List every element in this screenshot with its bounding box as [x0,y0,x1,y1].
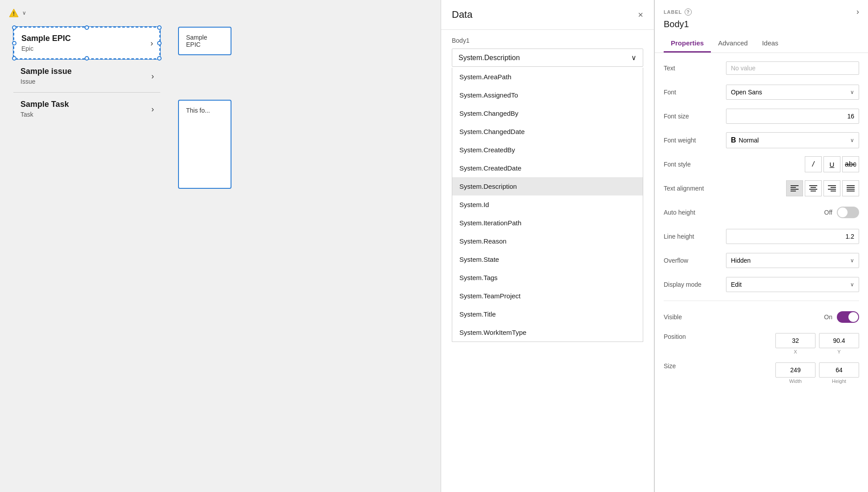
size-width-input[interactable] [775,362,815,378]
list-item-description[interactable]: System.Description [452,177,643,195]
prop-row-text: Text [664,60,859,76]
display-mode-chevron-icon: ∨ [850,281,854,288]
list-item[interactable]: System.IterationPath [452,214,643,232]
strikethrough-button[interactable]: abc [842,156,859,172]
partial-text: This fo... [186,107,223,114]
list-item[interactable]: System.AreaPath [452,68,643,86]
italic-button[interactable]: / [805,156,822,172]
partial-card-epic[interactable]: Sample EPIC [178,27,231,55]
svg-rect-15 [847,187,855,188]
canvas-toolbar: ! ∨ [9,8,26,18]
font-size-input-wrap [726,109,859,124]
position-y-label: Y [837,349,840,354]
list-item[interactable]: System.ChangedDate [452,122,643,141]
list-item[interactable]: System.WorkItemType [452,323,643,342]
list-item-reason[interactable]: System.Reason [452,232,643,250]
underline-button[interactable]: U [823,156,840,172]
auto-height-label: Auto height [664,209,726,216]
visible-toggle[interactable] [837,311,859,323]
canvas-card-issue[interactable]: Sample issue Issue › [13,60,160,92]
prop-row-font-size: Font size [664,108,859,124]
size-height-field: Height [819,362,859,384]
list-item[interactable]: System.AssignedTo [452,86,643,104]
font-value: Open Sans [731,89,762,96]
handle-tm[interactable] [85,25,89,30]
tab-properties[interactable]: Properties [664,35,711,53]
issue-arrow[interactable]: › [151,71,154,81]
dropdown-list: System.AreaPath System.AssignedTo System… [452,68,643,342]
canvas-card-epic[interactable]: Sample EPIC Epic › [13,27,160,59]
font-style-label: Font style [664,161,726,168]
list-item[interactable]: System.CreatedDate [452,159,643,177]
dropdown-chevron: ∨ [631,53,637,62]
list-item[interactable]: System.TeamProject [452,287,643,305]
canvas-card-task[interactable]: Sample Task Task › [13,93,160,125]
task-arrow[interactable]: › [151,104,154,114]
help-icon[interactable]: ? [685,8,692,16]
handle-ml[interactable] [12,41,16,45]
prop-row-display-mode: Display mode Edit ∨ [664,276,859,293]
align-buttons [726,180,859,196]
expand-icon[interactable]: › [856,7,859,16]
partial-card-epic-text: Sample EPIC [186,34,223,48]
handle-mr[interactable] [157,41,162,45]
list-item[interactable]: System.State [452,250,643,268]
svg-rect-2 [791,185,799,186]
list-item[interactable]: System.CreatedBy [452,141,643,159]
position-inputs: X Y [726,333,859,354]
svg-rect-11 [831,187,836,188]
overflow-select[interactable]: Hidden ∨ [726,253,859,268]
prop-row-visible: Visible On [664,309,859,325]
visible-toggle-thumb [848,312,858,322]
align-justify-button[interactable] [842,180,859,196]
align-left-button[interactable] [786,180,803,196]
prop-row-font-style: Font style / U abc [664,156,859,172]
font-select[interactable]: Open Sans ∨ [726,85,859,100]
component-name: Body1 [664,19,859,29]
list-item[interactable]: System.ChangedBy [452,104,643,122]
line-height-input[interactable] [726,229,859,244]
list-item[interactable]: System.Title [452,305,643,323]
second-column: Sample EPIC This fo... [178,27,231,189]
auto-height-toggle-label: Off [824,209,832,216]
text-label: Text [664,65,726,72]
list-item[interactable]: System.Id [452,195,643,214]
align-right-button[interactable] [823,180,840,196]
data-panel: Data × Body1 System.Description ∨ System… [441,0,654,492]
partial-card-bottom[interactable]: This fo... [178,100,231,189]
svg-rect-4 [791,189,799,190]
tab-advanced[interactable]: Advanced [711,35,755,53]
size-height-input[interactable] [819,362,859,378]
auto-height-toggle[interactable] [837,207,859,218]
props-label-row: LABEL ? › [664,7,859,16]
display-mode-select[interactable]: Edit ∨ [726,277,859,292]
props-header: LABEL ? › Body1 Properties Advanced Idea… [655,0,868,53]
font-weight-select[interactable]: B Normal ∨ [726,132,859,148]
position-x-input[interactable] [775,333,815,348]
text-input[interactable] [726,61,859,75]
task-subtitle: Task [20,111,153,118]
dropdown-selected[interactable]: System.Description ∨ [452,49,643,67]
list-item[interactable]: System.Tags [452,268,643,287]
props-body: Text Font Open Sans ∨ Font size Font [655,53,868,492]
epic-arrow[interactable]: › [150,38,153,48]
issue-title: Sample issue [20,67,153,76]
epic-title: Sample EPIC [21,34,152,43]
visible-toggle-wrap: On [726,311,859,323]
prop-divider [664,301,859,301]
handle-tr[interactable] [157,25,162,30]
canvas-area: ! ∨ Sample EPIC Epic › [0,0,441,492]
font-size-label: Font size [664,113,726,120]
svg-rect-3 [791,187,796,188]
font-size-input[interactable] [726,109,859,124]
position-y-input[interactable] [819,333,859,348]
handle-tl[interactable] [12,25,16,30]
prop-row-auto-height: Auto height Off [664,204,859,220]
font-weight-value: Normal [739,137,759,144]
tab-ideas[interactable]: Ideas [755,35,786,53]
size-label: Size [664,362,726,370]
auto-height-toggle-wrap: Off [726,207,859,218]
align-center-button[interactable] [805,180,822,196]
close-button[interactable]: × [638,10,643,19]
canvas-chevron[interactable]: ∨ [22,10,26,16]
